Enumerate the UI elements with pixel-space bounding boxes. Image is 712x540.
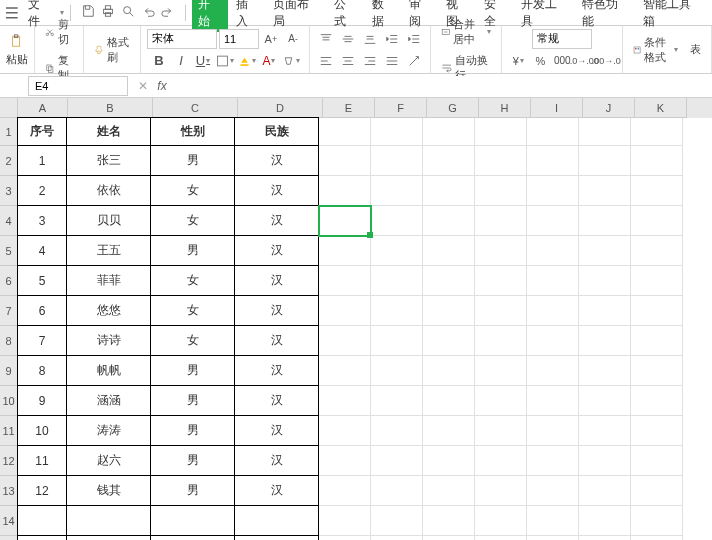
cell[interactable] (475, 146, 527, 176)
cell[interactable]: 贝贝 (66, 205, 151, 236)
cell[interactable] (423, 506, 475, 536)
cell[interactable] (475, 386, 527, 416)
cell[interactable]: 赵六 (66, 445, 151, 476)
cell[interactable]: 张三 (66, 145, 151, 176)
cell[interactable] (371, 506, 423, 536)
cell[interactable] (579, 296, 631, 326)
cell[interactable]: 诗诗 (66, 325, 151, 356)
cell[interactable] (371, 266, 423, 296)
cell[interactable] (475, 326, 527, 356)
cell[interactable] (579, 206, 631, 236)
cell[interactable] (579, 386, 631, 416)
cell[interactable] (319, 326, 371, 356)
cell[interactable] (579, 236, 631, 266)
row-header-1[interactable]: 1 (0, 118, 18, 146)
cell[interactable]: 男 (150, 385, 235, 416)
cell[interactable]: 帆帆 (66, 355, 151, 386)
cell[interactable] (527, 356, 579, 386)
undo-icon[interactable] (141, 4, 155, 21)
cell[interactable]: 2 (17, 175, 67, 206)
cell[interactable]: 汉 (234, 415, 319, 446)
cell[interactable]: 汉 (234, 385, 319, 416)
cell[interactable] (579, 176, 631, 206)
cell[interactable] (319, 386, 371, 416)
cell[interactable]: 汉 (234, 205, 319, 236)
cell[interactable] (475, 416, 527, 446)
row-header-7[interactable]: 7 (0, 296, 18, 326)
cell[interactable] (371, 476, 423, 506)
cell[interactable] (150, 535, 235, 540)
cell[interactable] (579, 536, 631, 540)
cell[interactable]: 男 (150, 475, 235, 506)
justify-icon[interactable] (382, 51, 402, 71)
cell[interactable]: 汉 (234, 175, 319, 206)
cell[interactable] (579, 506, 631, 536)
cell[interactable]: 11 (17, 445, 67, 476)
cell[interactable] (423, 146, 475, 176)
col-header-B[interactable]: B (68, 98, 153, 118)
cell[interactable] (319, 176, 371, 206)
cell[interactable] (527, 386, 579, 416)
row-header-4[interactable]: 4 (0, 206, 18, 236)
cell[interactable]: 男 (150, 415, 235, 446)
cell[interactable] (475, 536, 527, 540)
decrease-indent-icon[interactable] (382, 29, 402, 49)
italic-button[interactable]: I (171, 51, 191, 71)
cell[interactable] (475, 506, 527, 536)
cell[interactable] (371, 206, 423, 236)
cell[interactable] (423, 266, 475, 296)
row-header-15[interactable]: 15 (0, 536, 18, 540)
cell[interactable] (319, 236, 371, 266)
cell[interactable] (527, 536, 579, 540)
print-icon[interactable] (101, 4, 115, 21)
cell[interactable] (475, 236, 527, 266)
cell[interactable] (631, 506, 683, 536)
col-header-I[interactable]: I (531, 98, 583, 118)
cell[interactable] (527, 296, 579, 326)
cell[interactable] (475, 118, 527, 146)
cell[interactable]: 汉 (234, 265, 319, 296)
cell[interactable] (423, 536, 475, 540)
save-icon[interactable] (81, 4, 95, 21)
cell[interactable] (371, 176, 423, 206)
cell[interactable] (475, 296, 527, 326)
cell[interactable]: 1 (17, 145, 67, 176)
align-middle-icon[interactable] (338, 29, 358, 49)
increase-indent-icon[interactable] (404, 29, 424, 49)
underline-button[interactable]: U▾ (193, 51, 213, 71)
cell[interactable]: 菲菲 (66, 265, 151, 296)
cancel-fx-icon[interactable]: ✕ (134, 79, 152, 93)
cell[interactable]: 女 (150, 175, 235, 206)
currency-icon[interactable]: ¥▾ (508, 51, 528, 71)
cell[interactable]: 10 (17, 415, 67, 446)
cell[interactable] (527, 176, 579, 206)
orientation-icon[interactable] (404, 51, 424, 71)
cell[interactable] (371, 446, 423, 476)
cell[interactable] (631, 206, 683, 236)
cell[interactable]: 男 (150, 235, 235, 266)
cell[interactable] (371, 118, 423, 146)
cell[interactable] (319, 446, 371, 476)
col-header-G[interactable]: G (427, 98, 479, 118)
cell[interactable]: 钱其 (66, 475, 151, 506)
row-header-3[interactable]: 3 (0, 176, 18, 206)
cell[interactable] (423, 326, 475, 356)
cell[interactable]: 8 (17, 355, 67, 386)
cell[interactable] (527, 506, 579, 536)
cell[interactable] (527, 416, 579, 446)
cell[interactable] (631, 146, 683, 176)
paste-button[interactable] (6, 32, 28, 50)
cell[interactable] (17, 505, 67, 536)
cell[interactable] (371, 356, 423, 386)
cell[interactable] (371, 326, 423, 356)
cell[interactable]: 女 (150, 205, 235, 236)
row-header-13[interactable]: 13 (0, 476, 18, 506)
cell[interactable]: 5 (17, 265, 67, 296)
conditional-format-button[interactable]: 条件格式▾ (629, 33, 682, 67)
app-menu-icon[interactable] (4, 5, 20, 21)
cell[interactable] (319, 356, 371, 386)
cell[interactable]: 汉 (234, 145, 319, 176)
cell[interactable] (423, 118, 475, 146)
cell[interactable] (371, 416, 423, 446)
cell[interactable] (17, 535, 67, 540)
